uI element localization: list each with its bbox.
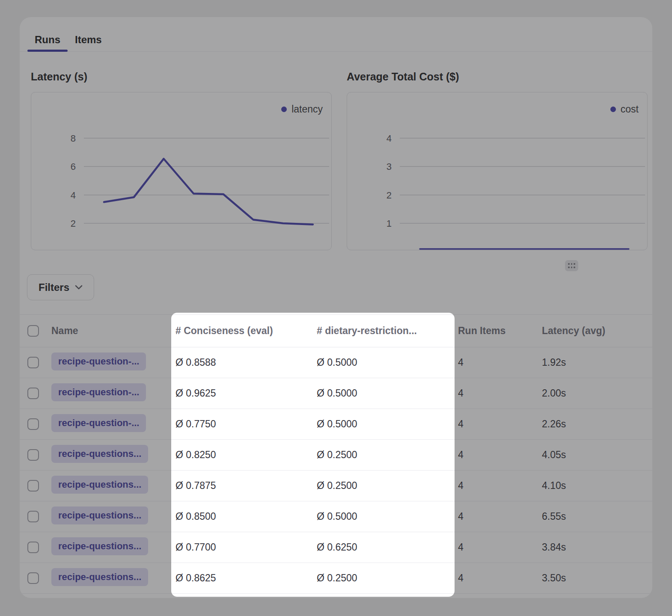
- select-all-checkbox[interactable]: [27, 325, 39, 337]
- run-name-link[interactable]: recipe-question-...: [51, 414, 146, 432]
- row-checkbox[interactable]: [27, 511, 39, 522]
- run-items-value: 4: [454, 418, 538, 430]
- svg-text:4: 4: [387, 133, 392, 144]
- table-row: recipe-questions... Ø 0.7700 Ø 0.6250 4 …: [20, 532, 652, 563]
- row-checkbox[interactable]: [27, 572, 39, 584]
- runs-panel: Runs Items Latency (s) Average Total Cos…: [20, 17, 652, 598]
- run-items-value: 4: [454, 388, 538, 399]
- dietary-restriction-value: Ø 0.5000: [312, 357, 454, 368]
- run-name-link[interactable]: recipe-questions...: [51, 568, 148, 586]
- run-name-link[interactable]: recipe-questions...: [51, 445, 148, 463]
- row-checkbox[interactable]: [27, 418, 39, 430]
- run-items-value: 4: [454, 542, 538, 553]
- conciseness-value: Ø 0.7875: [171, 480, 312, 492]
- tab-runs[interactable]: Runs: [27, 28, 68, 51]
- dietary-restriction-value: Ø 0.5000: [312, 511, 454, 522]
- latency-avg-value: 6.55s: [538, 511, 652, 522]
- conciseness-value: Ø 0.8625: [171, 572, 312, 584]
- cost-chart-title: Average Total Cost ($): [347, 71, 459, 83]
- run-items-value: 4: [454, 449, 538, 461]
- page-background: Runs Items Latency (s) Average Total Cos…: [0, 0, 672, 616]
- latency-avg-value: 3.84s: [538, 542, 652, 553]
- cost-chart: 4321 cost: [347, 92, 648, 250]
- dietary-restriction-value: Ø 0.5000: [312, 418, 454, 430]
- table-row: recipe-questions... Ø 0.8625 Ø 0.2500 4 …: [20, 563, 652, 594]
- svg-text:1: 1: [387, 218, 392, 229]
- table-row: recipe-question-... Ø 0.9625 Ø 0.5000 4 …: [20, 378, 652, 409]
- header-latency-avg: Latency (avg): [538, 325, 652, 337]
- table-header-row: Name # Conciseness (eval) # dietary-rest…: [20, 314, 652, 347]
- run-name-link[interactable]: recipe-questions...: [51, 537, 148, 555]
- svg-text:2: 2: [387, 190, 392, 201]
- tabs-bar: Runs Items: [20, 17, 652, 52]
- charts-row: 8642 latency 4321 cost: [31, 92, 652, 250]
- header-name: Name: [51, 325, 171, 337]
- latency-avg-value: 3.50s: [538, 572, 652, 584]
- svg-text:4: 4: [71, 190, 76, 201]
- row-checkbox[interactable]: [27, 357, 39, 368]
- run-items-value: 4: [454, 572, 538, 584]
- runs-table: Name # Conciseness (eval) # dietary-rest…: [20, 314, 652, 594]
- table-row: recipe-question-... Ø 0.8588 Ø 0.5000 4 …: [20, 347, 652, 378]
- conciseness-value: Ø 0.7750: [171, 418, 312, 430]
- drag-handle-icon[interactable]: [565, 260, 578, 271]
- chart-titles-row: Latency (s) Average Total Cost ($): [20, 71, 652, 85]
- svg-text:2: 2: [71, 218, 76, 229]
- conciseness-value: Ø 0.7700: [171, 542, 312, 553]
- svg-text:6: 6: [71, 161, 76, 172]
- run-name-link[interactable]: recipe-question-...: [51, 383, 146, 401]
- svg-text:3: 3: [387, 161, 392, 172]
- latency-chart-title: Latency (s): [31, 71, 87, 83]
- tab-items[interactable]: Items: [68, 28, 109, 51]
- conciseness-value: Ø 0.8588: [171, 357, 312, 368]
- run-items-value: 4: [454, 480, 538, 492]
- tab-runs-label: Runs: [35, 34, 60, 46]
- run-items-value: 4: [454, 357, 538, 368]
- run-name-link[interactable]: recipe-questions...: [51, 476, 148, 494]
- cost-legend: cost: [610, 104, 639, 115]
- filters-button[interactable]: Filters: [27, 274, 94, 300]
- row-checkbox[interactable]: [27, 449, 39, 461]
- table-body: recipe-question-... Ø 0.8588 Ø 0.5000 4 …: [20, 347, 652, 594]
- conciseness-value: Ø 0.8250: [171, 449, 312, 461]
- dietary-restriction-value: Ø 0.2500: [312, 480, 454, 492]
- row-checkbox[interactable]: [27, 480, 39, 492]
- dietary-restriction-value: Ø 0.6250: [312, 542, 454, 553]
- latency-chart-plot: 8642: [31, 92, 331, 250]
- latency-legend: latency: [281, 104, 323, 115]
- table-row: recipe-questions... Ø 0.7875 Ø 0.2500 4 …: [20, 471, 652, 501]
- dietary-restriction-value: Ø 0.5000: [312, 388, 454, 399]
- legend-dot-icon: [610, 107, 616, 112]
- svg-text:8: 8: [71, 133, 76, 144]
- latency-avg-value: 2.00s: [538, 388, 652, 399]
- latency-avg-value: 4.10s: [538, 480, 652, 492]
- tab-items-label: Items: [75, 34, 102, 46]
- latency-chart: 8642 latency: [31, 92, 332, 250]
- run-name-link[interactable]: recipe-question-...: [51, 352, 146, 370]
- conciseness-value: Ø 0.9625: [171, 388, 312, 399]
- header-conciseness: # Conciseness (eval): [171, 325, 312, 337]
- run-items-value: 4: [454, 511, 538, 522]
- table-row: recipe-questions... Ø 0.8500 Ø 0.5000 4 …: [20, 501, 652, 532]
- header-dietary-restriction: # dietary-restriction...: [312, 325, 454, 337]
- latency-avg-value: 1.92s: [538, 357, 652, 368]
- filters-button-label: Filters: [39, 281, 69, 293]
- latency-avg-value: 2.26s: [538, 418, 652, 430]
- chevron-down-icon: [75, 285, 83, 290]
- cost-chart-plot: 4321: [347, 92, 647, 250]
- row-checkbox[interactable]: [27, 542, 39, 553]
- table-row: recipe-question-... Ø 0.7750 Ø 0.5000 4 …: [20, 409, 652, 440]
- dietary-restriction-value: Ø 0.2500: [312, 449, 454, 461]
- conciseness-value: Ø 0.8500: [171, 511, 312, 522]
- dietary-restriction-value: Ø 0.2500: [312, 572, 454, 584]
- table-row: recipe-questions... Ø 0.8250 Ø 0.2500 4 …: [20, 440, 652, 471]
- row-checkbox[interactable]: [27, 388, 39, 399]
- cost-legend-label: cost: [621, 104, 639, 115]
- latency-legend-label: latency: [291, 104, 323, 115]
- run-name-link[interactable]: recipe-questions...: [51, 506, 148, 524]
- latency-avg-value: 4.05s: [538, 449, 652, 461]
- legend-dot-icon: [281, 107, 287, 112]
- header-run-items: Run Items: [454, 325, 538, 337]
